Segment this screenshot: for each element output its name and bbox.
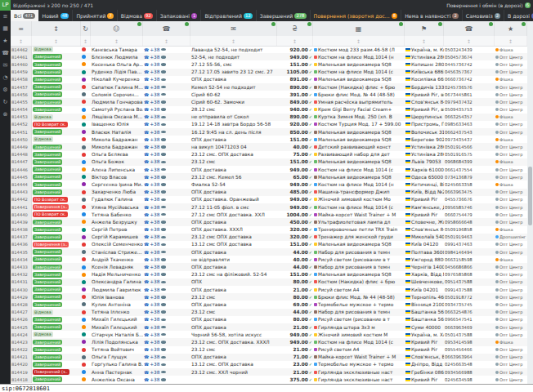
client-name[interactable]: Людмила Гончарова	[91, 98, 143, 105]
client-name[interactable]: Ніколай Кучеренко	[91, 76, 143, 83]
order-comment[interactable]: Лаванда 52-54, не подходит	[190, 46, 277, 53]
product-cell[interactable]: Костюм на флисе Мод.1014 (н	[313, 53, 405, 60]
masked-phone-cell[interactable]: ☎+38	[143, 278, 190, 286]
client-phone[interactable]: 0984146494	[444, 248, 495, 256]
eye-icon[interactable]	[161, 310, 166, 314]
order-comment[interactable]: Фиалка 52-54	[190, 180, 277, 188]
table-row[interactable]: 814457 Завершений Сапатюк Галина М… ☎+38…	[11, 83, 527, 91]
client-name[interactable]: Михаїл Гилєцький	[91, 323, 143, 331]
masked-phone-cell[interactable]: ☎+38	[143, 46, 190, 53]
masked-phone-cell[interactable]: ☎+38	[143, 60, 190, 68]
eye-icon[interactable]	[161, 318, 166, 322]
client-phone[interactable]: 0663963469	[444, 323, 495, 331]
masked-phone-cell[interactable]: ☎+38	[143, 271, 190, 278]
client-phone[interactable]: 0501914566	[444, 143, 495, 150]
client-phone[interactable]: 0973435437	[444, 136, 495, 143]
masked-phone-cell[interactable]: ☎+38	[143, 196, 190, 203]
logout-icon[interactable]: ⊗	[0, 109, 11, 121]
order-id-sort-control[interactable]: ↕	[11, 36, 32, 46]
client-phone[interactable]: 0509196858	[444, 226, 495, 234]
order-comment[interactable]: 13.12 смс ОПХ доставка	[190, 241, 277, 248]
table-row[interactable]: 814451 Завершений Власюк Наталія ☎+38 16…	[11, 128, 527, 136]
client-name[interactable]: Микола Бадражан	[91, 143, 143, 150]
client-phone[interactable]: 0951437588	[444, 278, 495, 286]
client-name[interactable]: Самотуй Руслана Во…	[91, 106, 143, 114]
status-sort-control[interactable]: ↕	[32, 36, 81, 46]
client-name[interactable]: Анна Пастернак	[91, 368, 143, 376]
city-sort-control[interactable]: ↕	[405, 36, 444, 46]
client-name[interactable]: Блєзнюк Людмила	[91, 53, 143, 60]
client-name[interactable]: Сергій Карамишев	[91, 234, 143, 241]
status-tab[interactable]: Прийнятий7	[73, 10, 117, 21]
client-name[interactable]: Горгулько Галина В…	[91, 361, 143, 368]
status-cell[interactable]: Завершений	[32, 151, 81, 158]
client-phone[interactable]: 0934735745	[444, 301, 495, 308]
masked-phone-cell[interactable]: ☎+38	[143, 331, 190, 338]
table-row[interactable]: 814444 Завершений Сергєєнко Ірина Ми… ☎+…	[11, 180, 527, 188]
eye-icon[interactable]	[161, 70, 166, 74]
table-row[interactable]: 814436 Повернення (з.. Олексій Семенченк…	[11, 241, 527, 248]
eye-icon[interactable]	[161, 131, 166, 134]
status-cell[interactable]: Відмова	[32, 331, 81, 338]
price-sort-control[interactable]: ↕	[277, 36, 313, 46]
status-cell[interactable]: Відмова	[32, 136, 81, 143]
client-phone[interactable]: 0985633463	[444, 121, 495, 128]
eye-icon[interactable]	[161, 296, 166, 299]
status-cell[interactable]: Відмова	[32, 309, 81, 316]
order-comment[interactable]: Сірий 60-62	[190, 91, 277, 98]
client-name[interactable]: Захарченко Люба	[91, 189, 143, 196]
masked-phone-cell[interactable]: ☎+38	[143, 338, 190, 345]
table-row[interactable]: 814437 Завершений Сергій Карамишев ☎+38 …	[11, 234, 527, 241]
product-cell[interactable]: Набор для рисования в темн	[313, 263, 405, 270]
table-row[interactable]: 814425 Завершений Михаїл Гилєцький ☎+38 …	[11, 323, 527, 331]
client-name[interactable]: Лящівна Оксана М…	[91, 114, 143, 121]
status-cell[interactable]: Завершений	[32, 234, 81, 241]
status-cell[interactable]: Завершений	[32, 106, 81, 114]
product-cell[interactable]: Набор для рисования в темн	[313, 248, 405, 256]
status-cell[interactable]: Завершений	[32, 53, 81, 60]
client-name[interactable]: Анжеліка Оксана	[91, 376, 143, 383]
status-cell[interactable]: Завершений	[32, 256, 81, 263]
status-tab[interactable]: Запаковані1	[157, 10, 202, 21]
eye-icon[interactable]	[161, 236, 166, 239]
client-phone[interactable]: 0955456466	[444, 346, 495, 354]
eye-icon[interactable]	[161, 281, 166, 284]
order-comment[interactable]: не отправила от Сокол	[190, 114, 277, 121]
table-row[interactable]: 814419 Повернений (з.. Анна Пастернак ☎+…	[11, 368, 527, 376]
client-name[interactable]: Тетяна Іллєнко	[91, 309, 143, 316]
client-name[interactable]: Ольга Глущук	[91, 354, 143, 361]
masked-phone-cell[interactable]: ☎+38	[143, 234, 190, 241]
table-row[interactable]: 814447 Завершений Ольга Божок ☎+38 23.12…	[11, 158, 527, 166]
table-row[interactable]: 814448 Завершений Ольга Бєляєва ☎+38 23.…	[11, 151, 527, 158]
table-row[interactable]: 814450 Відмова Микола Бадражан ☎+38 ОПХ …	[11, 136, 527, 143]
order-comment[interactable]: 27.12 55-56, смс	[190, 60, 277, 68]
client-name[interactable]: Сапатюк Галина М…	[91, 83, 143, 91]
eye-icon[interactable]	[161, 86, 166, 89]
order-comment[interactable]: 13.12 смс. ОПХ доставка	[190, 361, 277, 368]
product-cell[interactable]: Маленькая видеокамера SQ8	[313, 60, 405, 68]
order-comment[interactable]: 16.12 9:45 на сл. день після	[190, 128, 277, 136]
order-comment[interactable]: 52-54, не подходит	[190, 53, 277, 60]
table-row[interactable]: 814430 Завершений Людмила Гаврилюк ☎+38 …	[11, 286, 527, 293]
table-row[interactable]: 814435 Завершений Станіслав Стриже… ☎+38…	[11, 248, 527, 256]
status-cell[interactable]: Завершений	[32, 128, 81, 136]
product-cell[interactable]: Рисуй светом (рисование в т	[313, 256, 405, 263]
status-cell[interactable]: Завершений	[32, 278, 81, 286]
table-row[interactable]: 814440 ПО Возврат ск. Тетяна Бабенко ☎+3…	[11, 211, 527, 218]
status-cell[interactable]: Завершений	[32, 293, 81, 301]
client-name[interactable]: Канєвська Тамара	[91, 46, 143, 53]
product-cell[interactable]: Жіночий зимовий костюм М	[313, 331, 405, 338]
status-tab[interactable]: Повернення (зворотня дос…8	[311, 10, 402, 21]
order-comment[interactable]: ОПХ доставка	[190, 166, 277, 173]
phone-column-icon[interactable]: ☎	[444, 21, 495, 36]
client-name[interactable]: Соломія Сорочин…	[91, 91, 143, 98]
client-name[interactable]: Ксенія Левадняк	[91, 263, 143, 270]
client-phone[interactable]: 0663254357	[444, 114, 495, 121]
product-cell[interactable]: Умная расчёска выпрямитель	[313, 98, 405, 105]
order-comment[interactable]: Кемел 52-54 не подходит	[190, 83, 277, 91]
product-cell[interactable]: Набор для рисования в темн	[313, 309, 405, 316]
product-cell[interactable]: Тренажер для женской груди	[313, 234, 405, 241]
table-row[interactable]: 814446 Завершений Алєна Липенська ☎+38 О…	[11, 166, 527, 173]
status-cell[interactable]: Завершений	[32, 98, 81, 105]
client-phone[interactable]: 0663963964	[444, 354, 495, 361]
